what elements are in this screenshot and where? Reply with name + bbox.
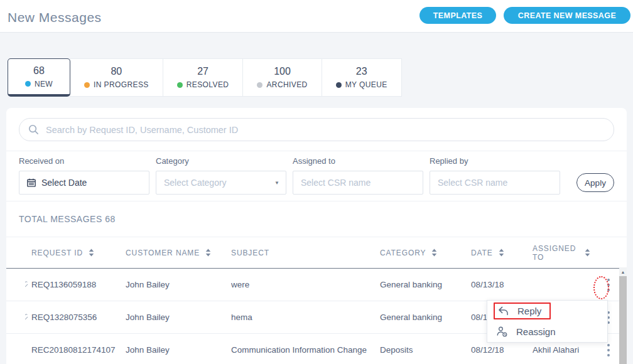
- reassign-icon: [497, 326, 507, 337]
- request-id-cell: REQ1328075356: [25, 313, 126, 322]
- filter-category: Category Select Category ▼: [156, 156, 286, 195]
- column-header-assigned-to[interactable]: ASSIGNED TO: [533, 244, 590, 262]
- assigned-to-label: Assigned to: [293, 156, 423, 166]
- tab-count: 68: [33, 65, 45, 77]
- tab-archived[interactable]: 100ARCHIVED: [242, 58, 322, 97]
- filter-received-on: Received on Select Date: [19, 156, 149, 195]
- customer-name-cell: John Bailey: [126, 345, 231, 355]
- filters-row: Received on Select Date Category Select …: [6, 151, 627, 201]
- status-dot-icon: [336, 82, 342, 88]
- context-menu: ReplyReassign: [487, 300, 608, 343]
- date-picker[interactable]: Select Date: [19, 171, 149, 195]
- sort-icon: [499, 249, 504, 257]
- tab-count: 23: [356, 66, 367, 77]
- reply-icon: [498, 306, 509, 316]
- scrollbar-thumb[interactable]: [619, 276, 627, 364]
- column-header-customer-name[interactable]: CUSTOMER NAME: [126, 249, 231, 257]
- scroll-up-icon[interactable]: ▲: [619, 267, 627, 276]
- status-dot-icon: [257, 82, 262, 88]
- column-header-category[interactable]: CATEGORY: [380, 249, 471, 257]
- category-select[interactable]: Select Category ▼: [156, 171, 286, 195]
- column-header-request-id[interactable]: REQUEST ID: [25, 249, 126, 257]
- kebab-menu-icon[interactable]: [605, 341, 612, 359]
- request-id-cell: REQ1136059188: [25, 280, 126, 289]
- tab-my-queue[interactable]: 23MY QUEUE: [322, 58, 402, 97]
- tab-label: MY QUEUE: [345, 80, 387, 89]
- date-cell: 08/12/18: [471, 345, 533, 355]
- create-new-message-button[interactable]: CREATE NEW MESSAGE: [504, 7, 630, 24]
- subject-cell: hema: [231, 313, 380, 322]
- menu-item-label: Reply: [517, 306, 541, 316]
- category-cell: General banking: [380, 280, 471, 289]
- status-tabs: 68NEW80IN PROGRESS27RESOLVED100ARCHIVED2…: [8, 58, 402, 97]
- category-cell: Deposits: [380, 345, 471, 355]
- subject-cell: were: [231, 280, 380, 289]
- customer-name-cell: John Bailey: [126, 280, 231, 289]
- status-dot-icon: [177, 82, 183, 88]
- sort-icon: [89, 249, 94, 257]
- column-header-date[interactable]: DATE: [471, 249, 533, 257]
- topbar: New Messages TEMPLATES CREATE NEW MESSAG…: [0, 0, 633, 33]
- annotation-highlight: Reply: [494, 302, 551, 319]
- replied-by-label: Replied by: [430, 156, 560, 166]
- tab-new[interactable]: 68NEW: [8, 58, 70, 97]
- search-section: [6, 108, 627, 151]
- templates-button[interactable]: TEMPLATES: [419, 7, 496, 24]
- table-scrollbar[interactable]: ▲: [619, 267, 627, 364]
- page-title: New Messages: [8, 10, 102, 25]
- replied-by-input[interactable]: [438, 178, 552, 188]
- assigned-to-cell: Akhil Alahari: [533, 345, 590, 355]
- tab-count: 100: [274, 66, 291, 77]
- assigned-to-input[interactable]: [301, 178, 415, 188]
- filter-replied-by: Replied by: [430, 156, 560, 195]
- tab-label: RESOLVED: [187, 80, 229, 89]
- category-select-placeholder: Select Category: [164, 178, 227, 188]
- request-id-cell: REC20180812174107: [25, 345, 126, 355]
- sort-icon: [585, 249, 590, 257]
- kebab-menu-icon[interactable]: [605, 276, 612, 294]
- table-header: REQUEST IDCUSTOMER NAMESUBJECTCATEGORYDA…: [6, 237, 627, 269]
- category-cell: General banking: [380, 313, 471, 322]
- category-label: Category: [156, 156, 286, 166]
- sort-icon: [205, 249, 211, 257]
- customer-name-cell: John Bailey: [126, 313, 231, 322]
- tab-count: 80: [111, 66, 122, 77]
- total-messages: TOTAL MESSAGES 68: [6, 201, 627, 237]
- menu-item-reassign[interactable]: Reassign: [487, 321, 607, 342]
- search-input[interactable]: [19, 118, 614, 141]
- status-dot-icon: [25, 81, 31, 87]
- attachment-icon: [25, 313, 29, 322]
- tab-in-progress[interactable]: 80IN PROGRESS: [70, 58, 163, 97]
- filter-assigned-to: Assigned to: [293, 156, 423, 195]
- date-picker-value: Select Date: [41, 178, 87, 188]
- menu-item-label: Reassign: [516, 326, 556, 337]
- tab-label: NEW: [35, 80, 53, 88]
- search-icon: [28, 124, 39, 137]
- sort-icon: [431, 249, 437, 257]
- date-cell: 08/13/18: [471, 280, 533, 289]
- apply-button[interactable]: Apply: [576, 173, 614, 192]
- subject-cell: Communication Information Change: [231, 345, 380, 355]
- caret-down-icon: ▼: [274, 180, 279, 186]
- tab-label: ARCHIVED: [266, 80, 307, 89]
- attachment-icon: [25, 280, 29, 289]
- table-row: REQ1136059188John BaileywereGeneral bank…: [6, 269, 627, 301]
- tab-resolved[interactable]: 27RESOLVED: [163, 58, 244, 97]
- status-dot-icon: [84, 82, 90, 88]
- column-header-subject: SUBJECT: [231, 249, 380, 257]
- tab-label: IN PROGRESS: [94, 80, 149, 89]
- received-on-label: Received on: [19, 156, 149, 166]
- calendar-icon: [27, 178, 36, 187]
- tab-count: 27: [197, 66, 208, 77]
- menu-item-reply[interactable]: Reply: [487, 301, 607, 321]
